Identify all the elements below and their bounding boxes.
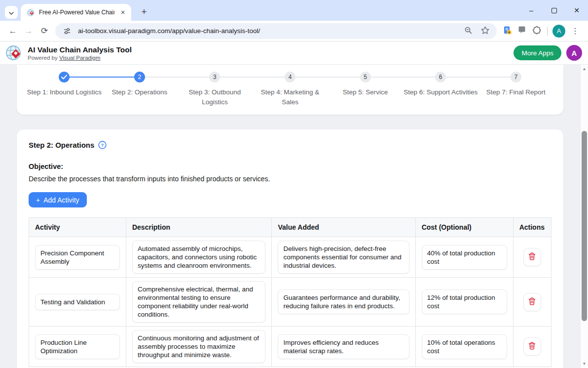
app-title: AI Value Chain Analysis Tool	[28, 45, 132, 54]
forward-button[interactable]: →	[21, 23, 37, 39]
stepper-step[interactable]: 5 Step 5: Service	[328, 71, 403, 108]
address-bar[interactable]: ai-toolbox.visual-paradigm.com/app/value…	[55, 23, 497, 39]
check-icon	[61, 75, 67, 80]
step-circle: 3	[209, 72, 220, 82]
more-apps-button[interactable]: More Apps	[514, 45, 561, 60]
stepper-step[interactable]: 7 Step 7: Final Report	[478, 71, 553, 108]
step-track: 4	[253, 71, 328, 83]
step-circle: 1	[59, 72, 70, 82]
value-added-input[interactable]: Delivers high-precision, defect-free com…	[278, 241, 409, 274]
blue-document-download-icon	[503, 26, 512, 37]
toolbar-divider	[547, 27, 548, 36]
url-text[interactable]: ai-toolbox.visual-paradigm.com/app/value…	[78, 27, 457, 35]
activity-input[interactable]: Precision Component Assembly	[35, 245, 120, 270]
step-label: Step 4: Marketing & Sales	[253, 87, 328, 108]
back-button[interactable]: ←	[5, 23, 21, 39]
scrollbar-thumb[interactable]	[582, 131, 587, 321]
minimize-button[interactable]: –	[520, 0, 543, 21]
close-icon: ✕	[574, 6, 580, 14]
cost-input[interactable]: 40% of total production cost	[422, 245, 507, 270]
magnifier-minus-icon	[464, 26, 473, 36]
objective-text: Describe the processes that transform in…	[29, 175, 551, 183]
add-activity-button[interactable]: + Add Activity	[29, 192, 87, 207]
tab-title: Free AI-Powered Value Chain An	[39, 9, 114, 16]
stepper-step[interactable]: 3 Step 3: Outbound Logistics	[177, 71, 253, 108]
app-title-block: AI Value Chain Analysis Tool Powered by …	[28, 45, 132, 60]
stepper-card: 1 Step 1: Inbound Logistics	[17, 65, 563, 115]
step-track: 7	[478, 71, 553, 83]
step-connector-line	[446, 77, 478, 78]
forward-arrow-icon: →	[25, 26, 33, 36]
step-connector-line	[328, 77, 360, 78]
step-number: 2	[138, 74, 142, 81]
description-input[interactable]: Comprehensive electrical, thermal, and e…	[132, 281, 265, 323]
powered-by-prefix: Powered by	[28, 55, 58, 61]
reload-button[interactable]: ⟳	[37, 23, 52, 39]
column-header-actions: Actions	[513, 218, 551, 237]
tab-search-button[interactable]	[5, 6, 18, 19]
kebab-menu-icon: ⋮	[571, 26, 579, 36]
step-track: 5	[328, 71, 403, 83]
avatar-letter: A	[557, 27, 561, 35]
browser-tab[interactable]: Free AI-Powered Value Chain An ✕	[21, 4, 131, 21]
step-number: 7	[514, 74, 517, 81]
browser-menu-button[interactable]: ⋮	[567, 23, 583, 39]
step-label: Step 3: Outbound Logistics	[177, 87, 253, 108]
step-label: Step 5: Service	[343, 87, 388, 97]
activities-table: Activity Description Value Added Cost (O…	[29, 217, 551, 367]
site-settings-icon[interactable]	[61, 25, 73, 37]
column-header-value-added: Value Added	[272, 218, 415, 237]
stepper-step[interactable]: 1 Step 1: Inbound Logistics	[27, 71, 102, 108]
scroll-up-arrow[interactable]: ▲	[581, 67, 588, 71]
star-icon	[481, 26, 489, 36]
delete-activity-button[interactable]	[523, 293, 541, 311]
stepper-step[interactable]: 6 Step 6: Support Activities	[403, 71, 478, 108]
value-added-input[interactable]: Guarantees performance and durability, r…	[278, 289, 409, 314]
delete-activity-button[interactable]	[523, 248, 541, 266]
browser-profile-avatar[interactable]: A	[552, 25, 565, 38]
new-tab-button[interactable]: +	[137, 5, 151, 19]
description-input[interactable]: Automated assembly of microchips, capaci…	[132, 241, 265, 274]
table-row: Production Line Optimization Continuous …	[29, 327, 551, 367]
cost-input[interactable]: 10% of total operations cost	[422, 334, 507, 359]
step-number: 3	[213, 74, 217, 81]
step-connector-line	[145, 77, 177, 78]
browser-toolbar: ← → ⟳ ai-toolbox.visual-paradigm.com/app…	[0, 21, 588, 41]
bookmark-button[interactable]	[479, 25, 491, 37]
add-activity-label: Add Activity	[43, 196, 79, 204]
step-number: 6	[439, 74, 442, 81]
maximize-icon	[551, 8, 557, 13]
stepper-step[interactable]: 2 Step 2: Operations	[102, 71, 178, 108]
account-avatar[interactable]: A	[566, 45, 582, 61]
step-connector-line	[177, 77, 209, 78]
maximize-button[interactable]	[543, 0, 565, 21]
step-track: 3	[177, 71, 253, 83]
activity-input[interactable]: Production Line Optimization	[35, 334, 120, 359]
extensions-button[interactable]	[529, 24, 544, 39]
scroll-down-arrow[interactable]: ▼	[581, 362, 588, 366]
help-button[interactable]: ?	[98, 141, 107, 149]
section-title: Step 2: Operations	[29, 141, 94, 149]
step-2-card: Step 2: Operations ? Objective: Describe…	[17, 129, 563, 368]
stepper-step[interactable]: 4 Step 4: Marketing & Sales	[253, 71, 328, 108]
value-added-input[interactable]: Improves efficiency and reduces material…	[278, 334, 409, 359]
avatar-letter: A	[572, 49, 577, 57]
step-connector-line	[478, 77, 510, 78]
zoom-out-page-button[interactable]	[462, 25, 474, 37]
step-connector-line	[253, 77, 285, 78]
description-input[interactable]: Continuous monitoring and adjustment of …	[132, 330, 265, 363]
tab-close-button[interactable]: ✕	[118, 8, 127, 17]
close-icon: ✕	[120, 9, 125, 16]
cost-input[interactable]: 12% of total production cost	[422, 289, 507, 314]
visual-paradigm-link[interactable]: Visual Paradigm	[59, 55, 101, 61]
translate-doc-extension-button[interactable]	[500, 24, 514, 39]
header-right: More Apps A	[514, 45, 582, 61]
close-window-button[interactable]: ✕	[565, 0, 588, 21]
step-label: Step 6: Support Activities	[404, 87, 478, 97]
feedback-extension-button[interactable]	[514, 24, 529, 39]
delete-activity-button[interactable]	[523, 337, 541, 356]
plus-icon: +	[36, 196, 40, 204]
activity-input[interactable]: Testing and Validation	[35, 294, 120, 310]
step-connector-line	[102, 77, 134, 78]
puzzle-icon	[532, 26, 541, 36]
